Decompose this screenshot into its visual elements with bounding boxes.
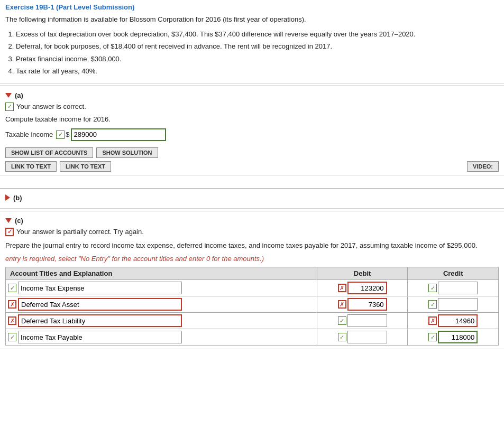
taxable-income-label: Taxable income (5, 130, 53, 138)
info-list: Excess of tax depreciation over book dep… (16, 29, 499, 77)
account-input-1[interactable] (18, 298, 182, 311)
credit-input-3[interactable] (438, 331, 478, 343)
col-account-header: Account Titles and Explanation (6, 267, 317, 280)
row-check-2: ✗ (8, 316, 16, 325)
show-buttons-row: SHOW LIST OF ACCOUNTS SHOW SOLUTION (5, 147, 499, 158)
taxable-income-input[interactable] (71, 128, 166, 141)
credit-input-2[interactable] (438, 314, 478, 327)
credit-cell-1: ✓ (408, 296, 499, 313)
debit-input-1[interactable] (347, 298, 387, 311)
row-check-0: ✓ (8, 284, 16, 292)
list-item: Pretax financial income, $308,000. (16, 54, 499, 64)
correct-text: Your answer is correct. (16, 102, 86, 110)
table-row: ✗✓✗ (6, 313, 499, 329)
debit-check-0: ✗ (338, 284, 346, 292)
journal-table: Account Titles and Explanation Debit Cre… (5, 267, 499, 346)
header-section: Exercise 19B-1 (Part Level Submission) T… (0, 0, 504, 83)
col-credit-header: Credit (408, 267, 499, 280)
credit-input-0[interactable] (438, 282, 478, 294)
link-buttons-left: LINK TO TEXT LINK TO TEXT (5, 161, 111, 172)
taxable-income-check: ✓ (56, 130, 65, 139)
list-item: Deferral, for book purposes, of $18,400 … (16, 41, 499, 52)
credit-cell-0: ✓ (408, 280, 499, 296)
account-cell-3: ✓ (6, 329, 317, 346)
account-cell-2: ✗ (6, 313, 317, 329)
debit-check-3: ✓ (338, 333, 346, 341)
debit-input-0[interactable] (347, 282, 387, 294)
show-list-button[interactable]: SHOW LIST OF ACCOUNTS (5, 147, 93, 158)
account-input-2[interactable] (18, 314, 182, 327)
section-b: (b) (0, 191, 504, 209)
partial-check-icon: ✓ (5, 228, 14, 236)
italic-note: entry is required, select "No Entry" for… (5, 255, 499, 263)
debit-cell-1: ✗ (317, 296, 408, 313)
account-input-3[interactable] (18, 331, 182, 343)
section-b-label: (b) (13, 194, 22, 202)
link-btn-row: LINK TO TEXT LINK TO TEXT VIDEO: (5, 161, 499, 172)
credit-check-0: ✓ (428, 284, 437, 292)
section-c-label: (c) (15, 217, 23, 225)
intro-text: The following information is available f… (5, 14, 499, 25)
debit-cell-0: ✗ (317, 280, 408, 296)
list-item: Tax rate for all years, 40%. (16, 66, 499, 77)
correct-message: ✓ Your answer is correct. (5, 102, 499, 111)
compute-label: Compute taxable income for 2016. (5, 115, 499, 123)
prepare-text: Prepare the journal entry to record inco… (5, 240, 499, 251)
table-row: ✗✗✓ (6, 296, 499, 313)
debit-cell-3: ✓ (317, 329, 408, 346)
debit-input-3[interactable] (347, 331, 387, 343)
show-solution-button[interactable]: SHOW SOLUTION (96, 147, 158, 158)
link-to-text-button-2[interactable]: LINK TO TEXT (60, 161, 111, 172)
section-a-header: (a) (5, 91, 499, 99)
collapse-icon-a[interactable] (5, 93, 12, 98)
row-check-1: ✗ (8, 300, 16, 309)
section-b-header: (b) (5, 194, 499, 202)
credit-input-1[interactable] (438, 298, 478, 311)
link-to-text-button-1[interactable]: LINK TO TEXT (5, 161, 57, 172)
section-a-label: (a) (15, 91, 23, 99)
credit-cell-3: ✓ (408, 329, 499, 346)
section-c-header: (c) (5, 217, 499, 225)
correct-check-icon: ✓ (5, 102, 14, 111)
partial-text: Your answer is partially correct. Try ag… (16, 228, 144, 236)
credit-check-3: ✓ (428, 333, 437, 341)
section-c: (c) ✓ Your answer is partially correct. … (0, 213, 504, 350)
debit-check-1: ✗ (338, 300, 346, 309)
video-button[interactable]: VIDEO: (467, 161, 499, 172)
col-debit-header: Debit (317, 267, 408, 280)
collapse-icon-c[interactable] (5, 218, 12, 223)
list-item: Excess of tax depreciation over book dep… (16, 29, 499, 40)
taxable-income-input-group: ✓ $ (56, 128, 166, 141)
debit-check-2: ✓ (338, 316, 346, 325)
table-row: ✓✓✓ (6, 329, 499, 346)
partial-message: ✓ Your answer is partially correct. Try … (5, 228, 499, 236)
table-header-row: Account Titles and Explanation Debit Cre… (6, 267, 499, 280)
taxable-income-row: Taxable income ✓ $ (5, 128, 499, 141)
dollar-sign: $ (66, 130, 69, 138)
debit-input-2[interactable] (347, 314, 387, 327)
table-row: ✓✗✓ (6, 280, 499, 296)
page-container: Exercise 19B-1 (Part Level Submission) T… (0, 0, 504, 349)
credit-check-1: ✓ (428, 300, 437, 309)
account-cell-0: ✓ (6, 280, 317, 296)
debit-cell-2: ✓ (317, 313, 408, 329)
account-cell-1: ✗ (6, 296, 317, 313)
credit-check-2: ✗ (428, 316, 437, 325)
credit-cell-2: ✗ (408, 313, 499, 329)
expand-icon-b[interactable] (5, 194, 10, 201)
page-title: Exercise 19B-1 (Part Level Submission) (5, 3, 499, 11)
section-a: (a) ✓ Your answer is correct. Compute ta… (0, 88, 504, 175)
row-check-3: ✓ (8, 333, 16, 341)
account-input-0[interactable] (18, 282, 182, 294)
